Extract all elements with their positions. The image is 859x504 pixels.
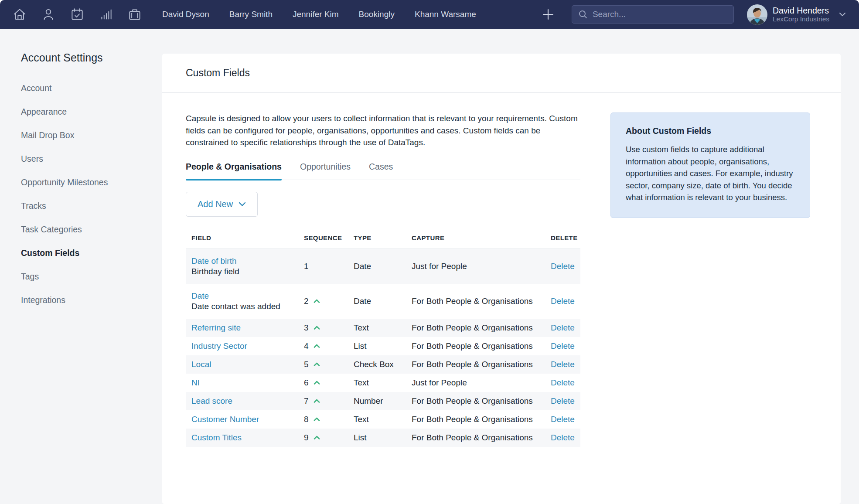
move-up-icon[interactable] xyxy=(314,344,320,348)
tab-opportunities[interactable]: Opportunities xyxy=(300,162,351,180)
navbar-icon-group xyxy=(11,6,143,23)
field-link[interactable]: Custom Titles xyxy=(191,433,242,443)
page-layout: Account Settings Account Appearance Mail… xyxy=(0,29,859,504)
delete-link[interactable]: Delete xyxy=(551,262,575,271)
user-menu[interactable]: David Henders LexCorp Industries xyxy=(747,4,846,25)
delete-link[interactable]: Delete xyxy=(551,415,575,424)
table-row: NI 6 Text Just for People Delete xyxy=(186,374,580,392)
delete-link[interactable]: Delete xyxy=(551,341,575,351)
move-up-icon[interactable] xyxy=(314,326,320,330)
field-capture: For Both People & Organisations xyxy=(406,296,545,306)
move-up-icon[interactable] xyxy=(314,381,320,385)
move-up-icon[interactable] xyxy=(314,299,320,303)
navbar-right-group: David Henders LexCorp Industries xyxy=(542,4,846,25)
section-description: Capsule is designed to allow your users … xyxy=(186,112,580,149)
nav-link-contact[interactable]: David Dyson xyxy=(162,10,209,19)
sequence-value: 6 xyxy=(304,378,309,388)
settings-sidebar: Account Settings Account Appearance Mail… xyxy=(0,29,162,504)
field-link[interactable]: Customer Number xyxy=(191,415,259,424)
top-navbar: David Dyson Barry Smith Jennifer Kim Boo… xyxy=(0,0,859,29)
column-header-delete: DELETE xyxy=(545,234,580,242)
tab-cases[interactable]: Cases xyxy=(369,162,393,180)
user-identity: David Henders LexCorp Industries xyxy=(773,6,829,23)
add-new-label: Add New xyxy=(198,199,233,209)
chevron-down-icon[interactable] xyxy=(839,12,846,17)
chevron-down-icon xyxy=(239,202,246,207)
move-up-icon[interactable] xyxy=(314,436,320,439)
field-type: List xyxy=(348,341,406,351)
delete-link[interactable]: Delete xyxy=(551,433,575,442)
sidebar-item-integrations[interactable]: Integrations xyxy=(21,295,149,305)
nav-link-contact[interactable]: Barry Smith xyxy=(229,10,273,19)
field-type: Text xyxy=(348,378,406,388)
table-row: Date Date contact was added 2 Date For B… xyxy=(186,284,580,319)
sidebar-item-opportunity-milestones[interactable]: Opportunity Milestones xyxy=(21,177,149,187)
search-input[interactable] xyxy=(593,10,727,19)
app-window: David Dyson Barry Smith Jennifer Kim Boo… xyxy=(0,0,859,504)
custom-fields-card-header: Custom Fields xyxy=(162,54,841,93)
delete-link[interactable]: Delete xyxy=(551,360,575,369)
delete-link[interactable]: Delete xyxy=(551,396,575,405)
capture-type-tabs: People & Organisations Opportunities Cas… xyxy=(186,162,580,180)
section-title: Custom Fields xyxy=(186,67,250,79)
sidebar-item-account[interactable]: Account xyxy=(21,83,149,93)
sequence-value: 5 xyxy=(304,360,309,369)
table-row: Date of birth Birthday field 1 Date Just… xyxy=(186,249,580,284)
navbar-pinned-links: David Dyson Barry Smith Jennifer Kim Boo… xyxy=(162,10,476,19)
nav-link-contact[interactable]: Bookingly xyxy=(359,10,395,19)
delete-link[interactable]: Delete xyxy=(551,296,575,306)
plus-icon[interactable] xyxy=(542,8,554,20)
table-row: Custom Titles 9 List For Both People & O… xyxy=(186,429,580,447)
user-name: David Henders xyxy=(773,6,829,15)
cases-icon[interactable] xyxy=(126,6,143,23)
calendar-icon[interactable] xyxy=(69,6,85,23)
contacts-icon[interactable] xyxy=(40,6,57,23)
main-content: Custom Fields Capsule is designed to all… xyxy=(162,29,859,504)
sidebar-item-users[interactable]: Users xyxy=(21,154,149,164)
user-company: LexCorp Industries xyxy=(773,15,829,23)
move-up-icon[interactable] xyxy=(314,399,320,403)
sequence-value: 7 xyxy=(304,396,309,406)
move-up-icon[interactable] xyxy=(314,417,320,421)
sequence-value: 3 xyxy=(304,323,309,333)
table-header-row: FIELD SEQUENCE TYPE CAPTURE DELETE xyxy=(186,234,580,249)
field-type: Number xyxy=(348,396,406,406)
avatar xyxy=(747,4,767,25)
column-header-capture: CAPTURE xyxy=(406,234,545,242)
column-header-field: FIELD xyxy=(186,234,298,242)
field-link[interactable]: Lead score xyxy=(191,396,232,406)
sidebar-item-tags[interactable]: Tags xyxy=(21,272,149,282)
field-link[interactable]: NI xyxy=(191,378,200,388)
global-search xyxy=(572,5,734,24)
table-row: Lead score 7 Number For Both People & Or… xyxy=(186,392,580,410)
home-icon[interactable] xyxy=(11,6,28,23)
field-link[interactable]: Industry Sector xyxy=(191,341,247,351)
table-row: Customer Number 8 Text For Both People &… xyxy=(186,410,580,429)
sequence-value: 4 xyxy=(304,341,309,351)
field-link[interactable]: Referring site xyxy=(191,323,241,333)
sequence-value: 1 xyxy=(304,262,309,271)
delete-link[interactable]: Delete xyxy=(551,378,575,387)
custom-fields-table: FIELD SEQUENCE TYPE CAPTURE DELETE Date … xyxy=(186,234,580,447)
field-link[interactable]: Date of birth xyxy=(191,256,237,266)
delete-link[interactable]: Delete xyxy=(551,323,575,332)
tab-people-organisations[interactable]: People & Organisations xyxy=(186,162,282,180)
about-custom-fields-panel: About Custom Fields Use custom fields to… xyxy=(610,112,810,218)
field-link[interactable]: Local xyxy=(191,360,211,369)
field-link[interactable]: Date xyxy=(191,291,209,301)
reports-icon[interactable] xyxy=(98,6,114,23)
field-description: Birthday field xyxy=(191,267,298,276)
sidebar-item-tracks[interactable]: Tracks xyxy=(21,201,149,211)
nav-link-contact[interactable]: Jennifer Kim xyxy=(293,10,339,19)
field-capture: For Both People & Organisations xyxy=(406,341,545,351)
column-header-sequence: SEQUENCE xyxy=(298,234,348,242)
field-type: Text xyxy=(348,323,406,333)
sidebar-item-custom-fields[interactable]: Custom Fields xyxy=(21,248,149,258)
add-new-button[interactable]: Add New xyxy=(186,192,258,217)
move-up-icon[interactable] xyxy=(314,362,320,366)
sidebar-item-task-categories[interactable]: Task Categories xyxy=(21,225,149,235)
sidebar-item-mail-drop-box[interactable]: Mail Drop Box xyxy=(21,130,149,140)
field-type: Check Box xyxy=(348,360,406,369)
sidebar-item-appearance[interactable]: Appearance xyxy=(21,107,149,117)
nav-link-contact[interactable]: Khann Warsame xyxy=(415,10,476,19)
